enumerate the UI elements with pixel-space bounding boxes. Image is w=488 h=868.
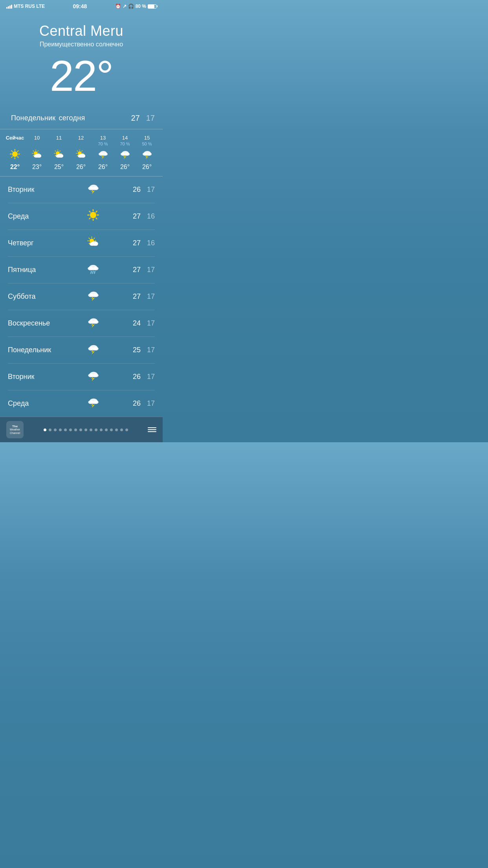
page-dot [59, 428, 62, 431]
hourly-section[interactable]: Сейчас 22°10 23°11 25°12 26°1370 % [0, 129, 163, 177]
daily-temps: 2517 [116, 346, 155, 354]
svg-point-46 [99, 153, 103, 156]
daily-high: 27 [133, 239, 141, 247]
page-dot [49, 428, 51, 431]
daily-row: Среда 2617 [8, 390, 155, 417]
daily-high: 26 [133, 399, 141, 408]
daily-high: 27 [133, 292, 141, 301]
today-low: 17 [146, 114, 155, 123]
hourly-item: 11 25° [48, 133, 70, 172]
page-dot [79, 428, 82, 431]
daily-low: 17 [147, 399, 155, 408]
daily-high: 25 [133, 346, 141, 354]
daily-low: 17 [147, 346, 155, 354]
svg-point-106 [93, 347, 99, 350]
page-dot [44, 428, 46, 431]
daily-day: Воскресенье [8, 319, 71, 327]
svg-line-25 [55, 155, 56, 156]
page-dot [95, 428, 97, 431]
page-dot [64, 428, 67, 431]
daily-high: 26 [133, 186, 141, 194]
svg-line-84 [89, 238, 90, 239]
bottom-bar: The Weather Channel [0, 417, 163, 442]
page-dot [84, 428, 87, 431]
today-high: 27 [131, 114, 140, 123]
daily-high: 27 [133, 266, 141, 274]
daily-weather-icon [71, 262, 116, 278]
daily-weather-icon [71, 209, 116, 224]
svg-point-114 [93, 400, 99, 404]
svg-point-0 [12, 151, 18, 157]
svg-line-77 [96, 211, 97, 212]
svg-point-51 [125, 153, 130, 156]
daily-day: Среда [8, 212, 71, 221]
hourly-temperature: 26° [142, 164, 152, 171]
hourly-item: 1550 % 26° [136, 133, 158, 172]
hourly-item: 1640 % 26° [158, 133, 163, 172]
svg-point-44 [81, 154, 85, 158]
page-dots [44, 428, 128, 431]
battery-pct: 80 % [136, 4, 146, 9]
hourly-time: 13 [100, 135, 106, 141]
svg-point-92 [93, 267, 99, 270]
daily-row: Понедельник 2517 [8, 337, 155, 364]
today-temps: 27 17 [131, 114, 155, 123]
daily-day: Пятница [8, 266, 71, 274]
daily-temps: 2417 [116, 319, 155, 327]
hourly-temperature: 26° [120, 164, 130, 171]
svg-line-13 [33, 155, 34, 156]
svg-point-89 [94, 242, 98, 246]
weather-channel-logo: The Weather Channel [6, 421, 24, 438]
headphone-icon: 🎧 [128, 4, 134, 9]
daily-temps: 2617 [116, 373, 155, 381]
svg-line-29 [60, 151, 60, 151]
hourly-weather-icon [141, 149, 152, 161]
carrier-label: MTS RUS LTE [14, 4, 45, 9]
hourly-temperature: 25° [54, 164, 64, 171]
today-row: Понедельниксегодня 27 17 [0, 107, 163, 129]
daily-low: 17 [147, 292, 155, 301]
svg-line-39 [77, 151, 78, 151]
hourly-weather-icon [97, 149, 108, 161]
svg-line-15 [33, 151, 34, 151]
svg-line-73 [89, 218, 90, 219]
svg-point-98 [93, 293, 99, 297]
menu-button[interactable] [148, 427, 156, 432]
daily-low: 17 [147, 319, 155, 327]
svg-line-37 [77, 155, 78, 156]
hourly-precip: 70 % [120, 142, 130, 147]
daily-low: 16 [147, 239, 155, 247]
daily-low: 17 [147, 186, 155, 194]
svg-point-69 [90, 212, 96, 218]
daily-row: Вторник 2617 [8, 177, 155, 203]
hourly-time: 14 [122, 135, 128, 141]
hourly-precip: 70 % [98, 142, 108, 147]
daily-row: Вторник 2617 [8, 364, 155, 390]
svg-line-27 [55, 151, 56, 151]
daily-temps: 2617 [116, 399, 155, 408]
hourly-time: Сейчас [6, 135, 24, 141]
page-dot [115, 428, 118, 431]
hourly-temperature: 26° [98, 164, 108, 171]
svg-point-109 [88, 373, 94, 377]
svg-point-66 [88, 186, 94, 190]
daily-temps: 2617 [116, 186, 155, 194]
status-right: ⏰ ↗ 🎧 80 % [115, 4, 156, 9]
page-dot [100, 428, 103, 431]
daily-row: Суббота 2717 [8, 283, 155, 310]
daily-day: Суббота [8, 292, 71, 301]
status-left: MTS RUS LTE [6, 4, 45, 9]
svg-point-110 [93, 373, 99, 377]
daily-low: 16 [147, 212, 155, 221]
location-icon: ↗ [123, 4, 127, 9]
daily-weather-icon [71, 235, 116, 251]
hourly-item: 12 26° [70, 133, 92, 172]
condition-label: Преимущественно солнечно [8, 41, 155, 48]
daily-day: Вторник [8, 186, 71, 194]
daily-low: 17 [147, 266, 155, 274]
daily-temps: 2716 [116, 212, 155, 221]
daily-weather-icon [71, 396, 116, 411]
hourly-weather-icon [9, 149, 20, 161]
hourly-time: 11 [56, 135, 62, 141]
daily-weather-icon [71, 182, 116, 197]
